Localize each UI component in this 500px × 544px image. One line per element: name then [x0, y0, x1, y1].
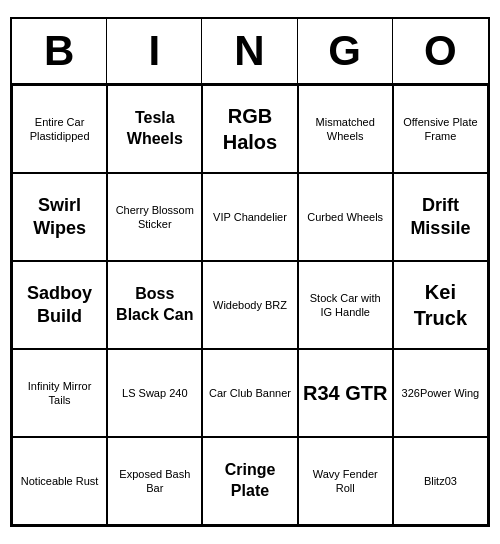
bingo-cell-9: Drift Missile [393, 173, 488, 261]
bingo-cell-18: R34 GTR [298, 349, 393, 437]
bingo-cell-24: Blitz03 [393, 437, 488, 525]
bingo-cell-22: Cringe Plate [202, 437, 297, 525]
bingo-cell-20: Noticeable Rust [12, 437, 107, 525]
bingo-cell-2: RGB Halos [202, 85, 297, 173]
bingo-cell-12: Widebody BRZ [202, 261, 297, 349]
bingo-cell-19: 326Power Wing [393, 349, 488, 437]
bingo-cell-11: Boss Black Can [107, 261, 202, 349]
bingo-cell-5: Swirl Wipes [12, 173, 107, 261]
bingo-header: BINGO [12, 19, 488, 85]
bingo-cell-8: Curbed Wheels [298, 173, 393, 261]
bingo-letter-i: I [107, 19, 202, 83]
bingo-cell-16: LS Swap 240 [107, 349, 202, 437]
bingo-cell-6: Cherry Blossom Sticker [107, 173, 202, 261]
bingo-grid: Entire Car PlastidippedTesla WheelsRGB H… [12, 85, 488, 525]
bingo-cell-23: Wavy Fender Roll [298, 437, 393, 525]
bingo-cell-7: VIP Chandelier [202, 173, 297, 261]
bingo-card: BINGO Entire Car PlastidippedTesla Wheel… [10, 17, 490, 527]
bingo-cell-14: Kei Truck [393, 261, 488, 349]
bingo-letter-n: N [202, 19, 297, 83]
bingo-cell-0: Entire Car Plastidipped [12, 85, 107, 173]
bingo-cell-17: Car Club Banner [202, 349, 297, 437]
bingo-cell-13: Stock Car with IG Handle [298, 261, 393, 349]
bingo-letter-b: B [12, 19, 107, 83]
bingo-cell-10: Sadboy Build [12, 261, 107, 349]
bingo-cell-4: Offensive Plate Frame [393, 85, 488, 173]
bingo-cell-21: Exposed Bash Bar [107, 437, 202, 525]
bingo-letter-o: O [393, 19, 488, 83]
bingo-letter-g: G [298, 19, 393, 83]
bingo-cell-15: Infinity Mirror Tails [12, 349, 107, 437]
bingo-cell-3: Mismatched Wheels [298, 85, 393, 173]
bingo-cell-1: Tesla Wheels [107, 85, 202, 173]
